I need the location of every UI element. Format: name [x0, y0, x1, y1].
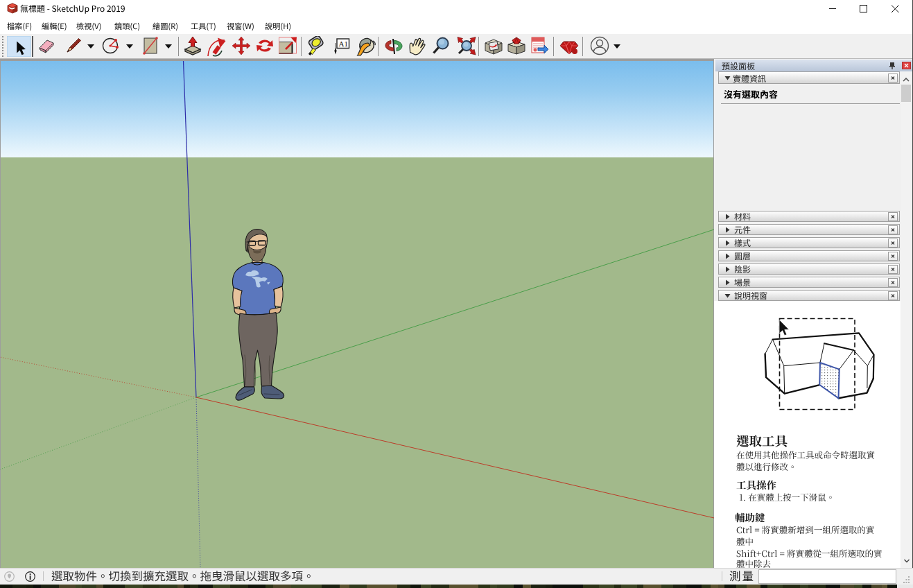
svg-text:A1: A1 — [339, 40, 348, 48]
